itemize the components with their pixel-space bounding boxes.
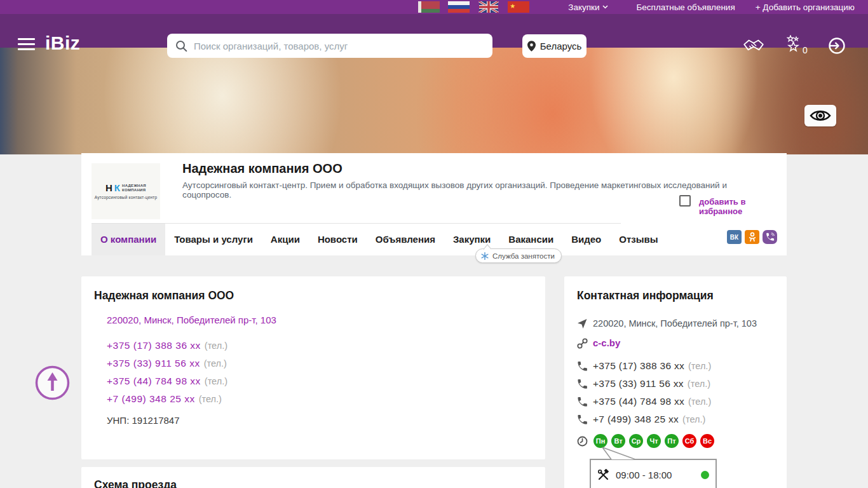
open-now-indicator bbox=[701, 471, 709, 479]
accessibility-eye-button[interactable] bbox=[804, 105, 836, 126]
search-icon bbox=[175, 40, 187, 52]
social-links: ВК bbox=[727, 230, 777, 244]
ibiz-logo[interactable]: iBiz bbox=[45, 32, 80, 54]
about-title: Надежная компания ООО bbox=[94, 289, 234, 302]
day-badge[interactable]: Чт bbox=[647, 434, 661, 448]
hero-banner-image bbox=[0, 48, 868, 154]
employment-service-icon bbox=[481, 252, 489, 260]
about-company-card: Надежная компания ООО 220020, Минск, Поб… bbox=[81, 276, 545, 459]
flag-uk-icon[interactable] bbox=[478, 1, 499, 13]
contact-phone-row: +375 (33) 911 56 xx(тел.) bbox=[593, 378, 710, 390]
map-card: Схема проезда bbox=[81, 467, 545, 488]
top-bar: ★ Закупки Бесплатные объявления + Добави… bbox=[0, 0, 868, 14]
favorites-stars-icon[interactable] bbox=[787, 35, 803, 53]
add-favorite-label[interactable]: добавить в избранное bbox=[699, 197, 787, 216]
back-to-top-button[interactable] bbox=[34, 365, 71, 401]
add-favorite-checkbox[interactable] bbox=[679, 195, 691, 207]
tab-reviews[interactable]: Отзывы bbox=[610, 224, 667, 255]
phone-icon bbox=[577, 361, 588, 372]
topbar-free-ads-link[interactable]: Бесплатные объявления bbox=[636, 3, 735, 12]
work-tools-icon bbox=[597, 469, 609, 481]
search-input[interactable] bbox=[194, 41, 473, 51]
phone-link[interactable]: +375 (33) 911 56 xx bbox=[107, 358, 200, 369]
contact-phone-row: +7 (499) 348 25 xx(тел.) bbox=[593, 414, 705, 425]
company-description: Аутсорсинговый контакт-центр. Прием и об… bbox=[182, 180, 748, 200]
working-days: Пн Вт Ср Чт Пт Сб Вс bbox=[593, 434, 714, 448]
contact-info-title: Контактная информация bbox=[577, 289, 714, 302]
vk-icon[interactable]: ВК bbox=[727, 230, 742, 244]
phone-row: +375 (17) 388 36 xx(тел.) bbox=[107, 340, 227, 351]
phone-link[interactable]: +375 (44) 784 98 xx bbox=[107, 376, 201, 386]
location-label: Беларусь bbox=[540, 41, 582, 51]
employment-service-tooltip: Служба занятости bbox=[475, 248, 562, 263]
working-hours-popup: 09:00 - 18:00 без обеда bbox=[590, 459, 717, 488]
day-badge[interactable]: Пт bbox=[665, 434, 679, 448]
eye-icon bbox=[810, 108, 831, 123]
tab-video[interactable]: Видео bbox=[562, 224, 610, 255]
flag-belarus-icon[interactable] bbox=[418, 1, 440, 13]
chevron-down-icon bbox=[602, 5, 608, 9]
flag-china-icon[interactable]: ★ bbox=[508, 1, 529, 13]
company-website-link[interactable]: c-c.by bbox=[593, 337, 620, 348]
location-pin-icon bbox=[527, 41, 536, 51]
topbar-zakupki-menu[interactable]: Закупки bbox=[568, 3, 608, 12]
clock-icon bbox=[577, 436, 588, 447]
company-logo: НК НАДЕЖНАЯКОМПАНИЯ Аутсорсинговый конта… bbox=[92, 163, 160, 219]
company-tabs: О компании Товары и услуги Акции Новости… bbox=[92, 224, 667, 255]
company-name-title: Надежная компания ООО bbox=[182, 161, 342, 176]
company-header-card: НК НАДЕЖНАЯКОМПАНИЯ Аутсорсинговый конта… bbox=[81, 153, 787, 255]
tab-ads[interactable]: Объявления bbox=[367, 224, 444, 255]
day-badge[interactable]: Ср bbox=[629, 434, 643, 448]
day-badge[interactable]: Пн bbox=[593, 434, 607, 448]
favorites-count: 0 bbox=[803, 45, 808, 55]
phone-icon bbox=[577, 396, 588, 407]
phone-row: +375 (33) 911 56 xx(тел.) bbox=[107, 358, 227, 369]
partners-handshake-icon[interactable] bbox=[742, 37, 765, 54]
link-icon bbox=[577, 338, 588, 349]
contact-info-card: Контактная информация 220020, Минск, Поб… bbox=[564, 276, 787, 488]
menu-hamburger-icon[interactable] bbox=[18, 38, 35, 50]
company-address-link[interactable]: 220020, Минск, Победителей пр-т, 103 bbox=[107, 315, 276, 325]
day-badge[interactable]: Вс bbox=[700, 434, 714, 448]
tab-products[interactable]: Товары и услуги bbox=[165, 224, 262, 255]
contact-address: 220020, Минск, Победителей пр-т, 103 bbox=[593, 318, 757, 329]
phone-icon bbox=[577, 414, 588, 425]
contact-phone-row: +375 (17) 388 36 xx(тел.) bbox=[593, 360, 711, 372]
search-bar[interactable] bbox=[167, 34, 492, 58]
navigation-arrow-icon bbox=[577, 318, 588, 329]
phone-row: +375 (44) 784 98 xx(тел.) bbox=[107, 376, 227, 387]
working-hours: 09:00 - 18:00 bbox=[616, 470, 672, 480]
hours-popup-pointer bbox=[596, 447, 641, 460]
location-selector[interactable]: Беларусь bbox=[522, 34, 587, 58]
odnoklassniki-icon[interactable] bbox=[745, 230, 759, 244]
company-unp: УНП: 191217847 bbox=[107, 415, 180, 426]
topbar-add-organization-link[interactable]: + Добавить организацию bbox=[756, 3, 855, 12]
tab-promos[interactable]: Акции bbox=[262, 224, 309, 255]
day-badge[interactable]: Сб bbox=[682, 434, 696, 448]
tab-about[interactable]: О компании bbox=[92, 224, 165, 255]
map-title: Схема проезда bbox=[94, 478, 177, 488]
phone-link[interactable]: +375 (17) 388 36 xx bbox=[107, 340, 201, 351]
day-badge[interactable]: Вт bbox=[611, 434, 625, 448]
main-header: iBiz Беларусь 0 bbox=[0, 14, 868, 48]
login-icon[interactable] bbox=[828, 37, 846, 55]
phone-icon bbox=[577, 379, 588, 390]
phone-row: +7 (499) 348 25 xx(тел.) bbox=[107, 393, 222, 405]
contact-phone-row: +375 (44) 784 98 xx(тел.) bbox=[593, 396, 711, 407]
flag-russia-icon[interactable] bbox=[448, 1, 470, 13]
viber-icon[interactable] bbox=[763, 230, 777, 244]
phone-link[interactable]: +7 (499) 348 25 xx bbox=[107, 393, 195, 404]
tab-news[interactable]: Новости bbox=[309, 224, 367, 255]
